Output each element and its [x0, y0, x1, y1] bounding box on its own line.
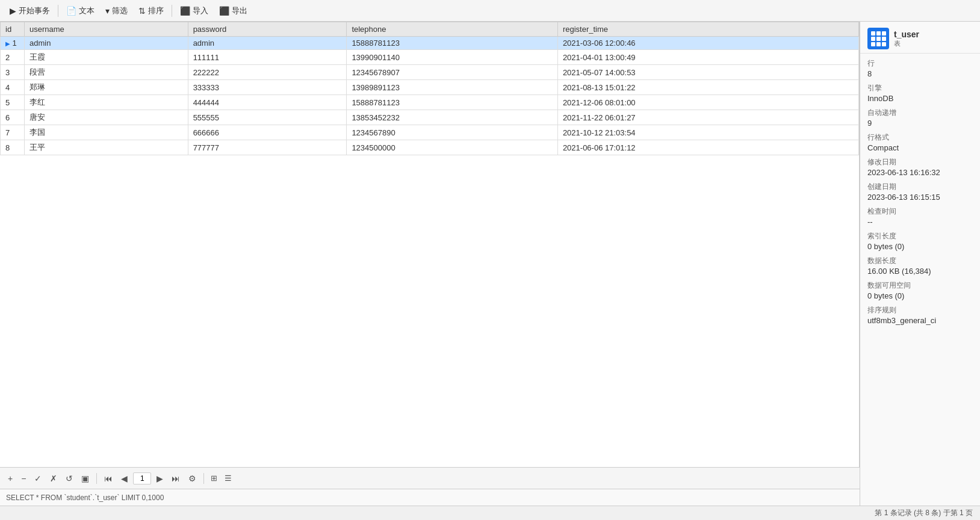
refresh-button[interactable]: ↺	[63, 472, 76, 484]
data-length-label: 数据长度	[867, 256, 973, 266]
free-space-info: 数据可用空间 0 bytes (0)	[867, 280, 973, 300]
cell-register-time: 2021-04-01 13:00:49	[557, 50, 858, 65]
delete-row-button[interactable]: −	[18, 472, 29, 484]
status-bar: 第 1 条记录 (共 8 条) 于第 1 页	[0, 506, 980, 520]
col-header-register-time[interactable]: register_time	[557, 22, 858, 37]
cell-username: 李红	[25, 95, 188, 110]
col-header-id[interactable]: id	[1, 22, 25, 37]
table-row[interactable]: 6唐安555555138534522322021-11-22 06:01:27	[1, 110, 859, 125]
filter-button[interactable]: ▾ 筛选	[101, 4, 132, 18]
export-button[interactable]: ⬛ 导出	[214, 4, 252, 18]
col-header-password[interactable]: password	[188, 22, 347, 37]
rows-value: 8	[867, 69, 973, 78]
text-button[interactable]: 📄 文本	[61, 4, 99, 18]
grid-view-button[interactable]: ⊞	[208, 472, 220, 484]
auto-increment-value: 9	[867, 119, 973, 128]
cell-username: 郑琳	[25, 80, 188, 95]
cell-telephone: 15888781123	[347, 37, 558, 50]
import-button[interactable]: ⬛ 导入	[175, 4, 213, 18]
cell-password: 333333	[188, 80, 347, 95]
cell-username: 李国	[25, 125, 188, 140]
created-label: 创建日期	[867, 182, 973, 192]
table-row[interactable]: 4郑琳333333139898911232021-08-13 15:01:22	[1, 80, 859, 95]
col-header-telephone[interactable]: telephone	[347, 22, 558, 37]
cell-password: 111111	[188, 50, 347, 65]
table-icon-box	[867, 28, 889, 49]
separator2	[172, 5, 172, 17]
cell-telephone: 12345678907	[347, 65, 558, 80]
check-time-label: 检查时间	[867, 206, 973, 217]
cell-register-time: 2021-12-06 08:01:00	[557, 95, 858, 110]
right-panel: t_user 表 行 8 引擎 InnoDB 自动递增 9 行格式 Compac…	[860, 22, 980, 506]
auto-increment-label: 自动递增	[867, 108, 973, 118]
add-row-button[interactable]: +	[5, 472, 16, 484]
cell-username: 唐安	[25, 110, 188, 125]
engine-value: InnoDB	[867, 94, 973, 103]
table-title: t_user	[894, 29, 919, 39]
table-row[interactable]: 8王平77777712345000002021-06-06 17:01:12	[1, 140, 859, 155]
created-info: 创建日期 2023-06-13 16:15:15	[867, 182, 973, 202]
list-view-button[interactable]: ☰	[222, 472, 234, 484]
cell-password: 444444	[188, 95, 347, 110]
engine-info: 引擎 InnoDB	[867, 83, 973, 103]
first-page-button[interactable]: ⏮	[101, 472, 116, 484]
sql-bar: SELECT * FROM `student`.`t_user` LIMIT 0…	[0, 489, 860, 506]
cell-password: 555555	[188, 110, 347, 125]
table-row[interactable]: 7李国66666612345678902021-10-12 21:03:54	[1, 125, 859, 140]
last-page-button[interactable]: ⏭	[169, 472, 183, 484]
table-row[interactable]: 5李红444444158887811232021-12-06 08:01:00	[1, 95, 859, 110]
cell-username: 王平	[25, 140, 188, 155]
index-length-value: 0 bytes (0)	[867, 242, 973, 251]
main-area: id username password telephone register_…	[0, 22, 980, 506]
index-length-label: 索引长度	[867, 231, 973, 241]
status-text: 第 1 条记录 (共 8 条) 于第 1 页	[875, 508, 973, 518]
right-panel-header: t_user 表	[860, 22, 980, 54]
cell-id: 4	[1, 80, 25, 95]
format-info: 行格式 Compact	[867, 132, 973, 152]
import-icon: ⬛	[180, 6, 190, 16]
cell-register-time: 2021-08-13 15:01:22	[557, 80, 858, 95]
cell-register-time: 2021-03-06 12:00:46	[557, 37, 858, 50]
filter-icon: ▾	[105, 6, 110, 16]
free-space-label: 数据可用空间	[867, 280, 973, 291]
created-value: 2023-06-13 16:15:15	[867, 193, 973, 202]
cell-username: admin	[25, 37, 188, 50]
cell-username: 段营	[25, 65, 188, 80]
data-table: id username password telephone register_…	[0, 22, 859, 155]
sort-button[interactable]: ⇅ 排序	[134, 4, 169, 18]
table-row[interactable]: 3段营222222123456789072021-05-07 14:00:53	[1, 65, 859, 80]
table-subtitle: 表	[894, 39, 919, 48]
cell-password: 666666	[188, 125, 347, 140]
toolbar: ▶ 开始事务 📄 文本 ▾ 筛选 ⇅ 排序 ⬛ 导入 ⬛ 导出	[0, 0, 980, 22]
modified-info: 修改日期 2023-06-13 16:16:32	[867, 157, 973, 177]
cell-telephone: 13853452232	[347, 110, 558, 125]
settings-button[interactable]: ⚙	[185, 472, 199, 484]
modified-label: 修改日期	[867, 157, 973, 167]
confirm-button[interactable]: ✓	[31, 472, 45, 484]
cell-id: 6	[1, 110, 25, 125]
cell-password: 222222	[188, 65, 347, 80]
cell-telephone: 15888781123	[347, 95, 558, 110]
row-arrow-icon: ▶	[5, 40, 10, 47]
stop-button[interactable]: ▣	[78, 472, 92, 484]
prev-page-button[interactable]: ◀	[118, 472, 131, 484]
cell-id: 5	[1, 95, 25, 110]
page-number-input[interactable]: 1	[133, 472, 151, 484]
format-label: 行格式	[867, 132, 973, 143]
text-icon: 📄	[66, 6, 76, 16]
cancel-button[interactable]: ✗	[47, 472, 60, 484]
start-transaction-button[interactable]: ▶ 开始事务	[5, 4, 55, 18]
table-row[interactable]: ▶ 1adminadmin158887811232021-03-06 12:00…	[1, 37, 859, 50]
table-row[interactable]: 2王霞111111139909011402021-04-01 13:00:49	[1, 50, 859, 65]
sort-icon: ⇅	[138, 6, 146, 16]
data-table-wrap[interactable]: id username password telephone register_…	[0, 22, 860, 467]
sql-text: SELECT * FROM `student`.`t_user` LIMIT 0…	[6, 494, 164, 502]
cell-register-time: 2021-05-07 14:00:53	[557, 65, 858, 80]
modified-value: 2023-06-13 16:16:32	[867, 168, 973, 177]
collation-value: utf8mb3_general_ci	[867, 316, 973, 325]
cell-register-time: 2021-06-06 17:01:12	[557, 140, 858, 155]
col-header-username[interactable]: username	[25, 22, 188, 37]
next-page-button[interactable]: ▶	[154, 472, 166, 484]
cell-password: 777777	[188, 140, 347, 155]
data-length-value: 16.00 KB (16,384)	[867, 267, 973, 276]
